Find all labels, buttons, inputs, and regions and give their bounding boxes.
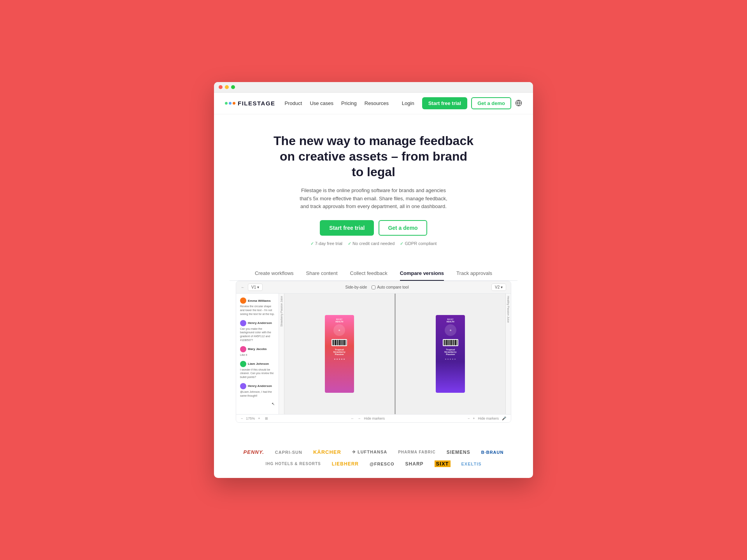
product-card-left: MANY HEALTH ✿: [325, 315, 354, 393]
preview-content: Emma Williams Review the circular shape …: [236, 294, 511, 414]
browser-maximize-dot[interactable]: [231, 85, 235, 89]
feature-tabs-section: Create workflows Share content Collect f…: [214, 259, 533, 281]
app-preview-wrapper: ← V1 ▾ Side-by-side Auto compare tool V2…: [214, 281, 533, 441]
hide-markers-right[interactable]: Hide markers: [478, 416, 499, 420]
comment-name-4: Liam Johnson: [248, 362, 269, 366]
avatar-liam: [240, 361, 246, 367]
version-left-selector[interactable]: V1 ▾: [248, 284, 263, 291]
comment-name-1: Emma Williams: [248, 299, 271, 303]
feature-tabs: Create workflows Share content Collect f…: [230, 266, 517, 281]
prev-page[interactable]: ←: [351, 416, 354, 420]
logo[interactable]: FILESTAGE: [225, 100, 275, 107]
version-right-selector[interactable]: V2 ▾: [491, 284, 506, 291]
logo-lufthansa: ✈ Lufthansa: [352, 450, 387, 455]
comment-text-4: I wonder if this should be cleaner. Can …: [240, 368, 275, 379]
nav-demo-button[interactable]: Get a demo: [471, 97, 511, 109]
next-page[interactable]: →: [358, 416, 361, 420]
autocompare-label: Auto compare tool: [372, 285, 409, 289]
logo-pharma-fabric: Pharma Fabric: [398, 450, 436, 454]
zoom-right-in[interactable]: +: [473, 416, 475, 420]
right-panel-label: Healthy Passion Juice: [506, 294, 511, 325]
comment-4: Liam Johnson I wonder if this should be …: [240, 361, 275, 379]
comment-3: Mary Jacobs Like it: [240, 346, 275, 357]
comment-name-2: Henry Anderson: [248, 321, 272, 325]
nav-right: Login Start free trial Get a demo: [398, 97, 522, 109]
sidebyside-label: Side-by-side: [345, 285, 367, 289]
hero-trial-button[interactable]: Start free trial: [320, 220, 374, 236]
bottom-center-label: Hide markers: [364, 416, 385, 420]
tab-collect-feedback[interactable]: Collect feedback: [350, 266, 388, 281]
hero-demo-button[interactable]: Get a demo: [379, 220, 427, 236]
browser-minimize-dot[interactable]: [225, 85, 229, 89]
hero-buttons: Start free trial Get a demo: [230, 220, 517, 236]
zoom-level: 175%: [246, 416, 255, 420]
zoom-in-btn[interactable]: +: [258, 416, 260, 420]
circle-left: ✿: [333, 324, 345, 336]
tab-create-workflows[interactable]: Create workflows: [255, 266, 294, 281]
comment-5: Henry Anderson @Liam Johnson, I had the …: [240, 383, 275, 398]
logo-karcher: KÄRCHER: [313, 449, 341, 455]
bottom-right: − + Hide markers 🎤: [468, 416, 506, 420]
cursor-indicator: ↖: [240, 402, 275, 406]
avatar-mary: [240, 346, 246, 352]
svg-rect-27: [456, 340, 457, 345]
nav-trial-button[interactable]: Start free trial: [422, 97, 468, 109]
zoom-out-btn[interactable]: −: [241, 416, 243, 420]
left-panel-label: Strawberry Passion Juice: [279, 294, 284, 329]
avatar-emma: [240, 298, 246, 304]
health-left: HEALTH: [335, 320, 343, 323]
nav-pricing[interactable]: Pricing: [341, 100, 357, 106]
svg-rect-6: [337, 340, 338, 345]
product-card-right: MANY HEALTH ✿: [436, 315, 465, 393]
svg-rect-10: [342, 340, 342, 345]
svg-rect-2: [333, 340, 334, 345]
svg-rect-15: [444, 340, 444, 345]
svg-rect-3: [334, 340, 335, 345]
left-product-panel: MANY HEALTH ✿: [284, 294, 395, 414]
language-icon[interactable]: [515, 100, 522, 107]
nav-back[interactable]: ←: [241, 285, 245, 289]
hero-section: The new way to manage feedback on creati…: [214, 114, 533, 259]
hero-title: The new way to manage feedback on creati…: [272, 133, 475, 180]
autocompare-checkbox[interactable]: [372, 285, 375, 289]
comment-2: Henry Anderson Can you make the backgrou…: [240, 320, 275, 342]
zoom-right-out[interactable]: −: [468, 416, 470, 420]
comment-name-5: Henry Anderson: [248, 384, 272, 388]
browser-window: FILESTAGE Product Use cases Pricing Reso…: [214, 82, 533, 478]
mic-btn[interactable]: 🎤: [502, 416, 506, 420]
svg-rect-23: [452, 340, 452, 345]
tab-share-content[interactable]: Share content: [306, 266, 338, 281]
nav-use-cases[interactable]: Use cases: [310, 100, 333, 106]
right-panel-bar: Healthy Passion Juice: [505, 294, 511, 414]
fit-btn[interactable]: ⊞: [265, 416, 268, 420]
browser-close-dot[interactable]: [219, 85, 223, 89]
bottom-center: ← → Hide markers: [351, 416, 385, 420]
comments-sidebar: Emma Williams Review the circular shape …: [236, 294, 279, 414]
svg-rect-16: [444, 340, 445, 345]
tab-compare-versions[interactable]: Compare versions: [400, 266, 444, 281]
logo-bbraun: B·BRAUN: [481, 450, 504, 455]
hero-subtitle: Filestage is the online proofing softwar…: [300, 187, 447, 211]
right-product-panel: MANY HEALTH ✿: [396, 294, 506, 414]
nav-product[interactable]: Product: [285, 100, 302, 106]
svg-rect-8: [339, 340, 340, 345]
logo-penny: PENNY.: [244, 449, 264, 455]
login-button[interactable]: Login: [398, 98, 418, 108]
logo-sixt: SIXT: [435, 460, 451, 467]
comment-text-5: @Liam Johnson, I had the same thought!: [240, 390, 275, 398]
dots-left: [334, 359, 345, 360]
svg-rect-21: [450, 340, 450, 345]
logo-liebherr: LIEBHERR: [332, 461, 359, 467]
tab-track-approvals[interactable]: Track approvals: [456, 266, 492, 281]
svg-rect-26: [455, 340, 456, 345]
logo-capri-sun: Capri-Sun: [275, 450, 302, 455]
svg-rect-4: [335, 340, 336, 345]
svg-rect-12: [344, 340, 345, 345]
hero-trust-badges: 7-day free trial No credit card needed G…: [230, 241, 517, 246]
logo-dot-green: [225, 102, 228, 105]
nav-resources[interactable]: Resources: [365, 100, 389, 106]
svg-rect-5: [337, 340, 337, 345]
logos-row-1: PENNY. Capri-Sun KÄRCHER ✈ Lufthansa Pha…: [244, 449, 504, 455]
svg-rect-24: [453, 340, 454, 345]
preview-toolbar: ← V1 ▾ Side-by-side Auto compare tool V2…: [236, 281, 511, 294]
